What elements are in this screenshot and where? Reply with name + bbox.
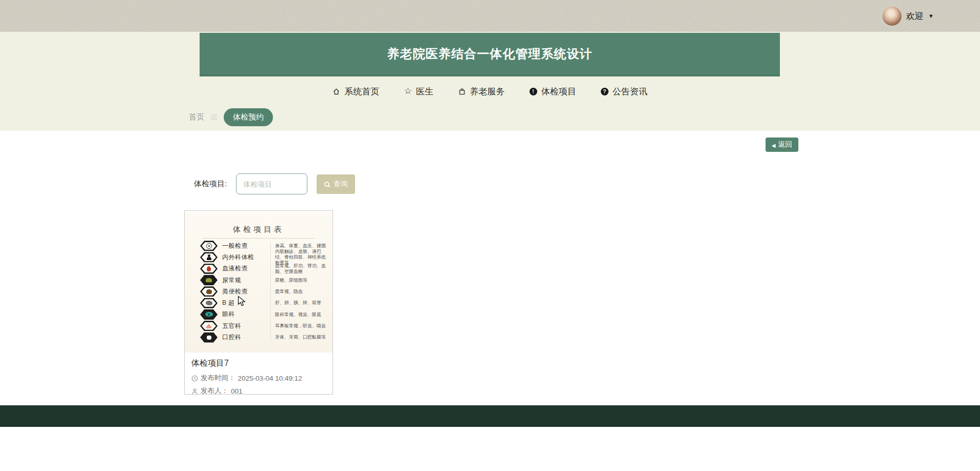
nav-item-system-home[interactable]: 系统首页: [332, 86, 379, 97]
main-nav: 系统首页 医生 养老服务 体检项目 公告资讯: [0, 78, 980, 105]
bag-icon: [458, 88, 466, 95]
publish-time-row: 发布时间： 2025-03-04 10:49:12: [191, 374, 326, 383]
user-icon: [191, 388, 198, 395]
exam-table-row: 眼科 眼科常规、视觉、眼底: [200, 309, 327, 320]
exam-row-desc: 身高、体重、血压、腰围: [267, 243, 327, 249]
page: 欢迎 养老院医养结合一体化管理系统设计 系统首页 医生 养老服务 体检项目 公告…: [0, 0, 980, 471]
exam-row-desc: 肝、胆、胰、脾、双肾: [267, 300, 327, 306]
person-icon: [200, 252, 218, 262]
back-button-label: 返回: [778, 140, 792, 149]
nav-item-exam-items[interactable]: 体检项目: [530, 86, 576, 97]
topbar-texture: [0, 0, 980, 32]
nav-item-label: 系统首页: [344, 86, 379, 97]
avatar[interactable]: [883, 7, 901, 26]
tooth-icon: [200, 332, 218, 343]
exam-table-title: 体检项目表: [185, 225, 332, 234]
publish-time-value: 2025-03-04 10:49:12: [238, 375, 302, 382]
exam-row-label: 血液检查: [222, 264, 267, 273]
breadcrumb: 首页 体检预约: [189, 108, 273, 126]
home-icon: [332, 88, 340, 95]
nav-item-label: 体检项目: [541, 86, 576, 97]
exam-table-image: 体检项目表 一般检查 身高、体重、血压、腰围 内外科体检 内脏触诊、皮肤、淋巴结…: [185, 212, 332, 352]
exam-row-label: 口腔科: [222, 333, 267, 342]
nav-item-label: 公告资讯: [613, 86, 648, 97]
clock-icon: [191, 375, 198, 382]
publish-time-label: 发布时间：: [201, 374, 236, 383]
nav-item-elder-services[interactable]: 养老服务: [458, 86, 505, 97]
page-banner: 养老院医养结合一体化管理系统设计: [200, 33, 780, 76]
mouse-cursor: [238, 296, 247, 307]
nose-icon: [200, 321, 218, 331]
exam-table-row: 血液检查 血常规、肝功、肾功、血脂、空腹血糖: [200, 263, 327, 274]
back-button[interactable]: 返回: [766, 138, 798, 152]
main-content: 返回 体检项目: 查询 体检项目表 一般检查 身高、体重、血压、腰围: [0, 131, 980, 405]
nav-item-doctor[interactable]: 医生: [404, 86, 433, 97]
search-input[interactable]: [236, 173, 307, 194]
question-circle-icon: [601, 88, 609, 95]
user-menu[interactable]: 欢迎: [883, 0, 934, 32]
back-arrow-icon: [772, 141, 776, 149]
page-title: 养老院医养结合一体化管理系统设计: [387, 46, 593, 62]
exam-table-row: 内外科体检 内脏触诊、皮肤、淋巴结、脊柱四肢、神经系统检查等: [200, 251, 327, 263]
publisher-row: 发布人： 001: [191, 386, 326, 396]
star-icon: [404, 86, 411, 96]
search-label: 体检项目:: [194, 179, 227, 189]
exam-row-label: 内外科体检: [222, 253, 267, 262]
page-footer: [0, 405, 980, 427]
exam-table-row: 五官科 耳鼻喉常规，听觉、嗅觉: [200, 320, 327, 331]
publisher-label: 发布人：: [201, 386, 228, 396]
chevron-down-icon[interactable]: [928, 13, 934, 19]
ultrasound-icon: [200, 298, 218, 308]
urine-icon: [200, 275, 218, 285]
search-button[interactable]: 查询: [317, 174, 355, 194]
search-icon: [324, 182, 329, 187]
exam-item-card[interactable]: 体检项目表 一般检查 身高、体重、血压、腰围 内外科体检 内脏触诊、皮肤、淋巴结…: [184, 210, 333, 395]
exam-row-desc: 眼科常规、视觉、眼底: [267, 312, 327, 318]
exam-row-label: 粪便检查: [222, 287, 267, 296]
breadcrumb-current: 体检预约: [224, 108, 273, 126]
exam-table-rows: 一般检查 身高、体重、血压、腰围 内外科体检 内脏触诊、皮肤、淋巴结、脊柱四肢、…: [200, 240, 327, 343]
breadcrumb-separator-icon: [211, 116, 217, 117]
gauge-icon: [200, 241, 218, 251]
eye-icon: [200, 309, 218, 320]
publisher-value: 001: [231, 387, 243, 395]
exam-row-desc: 粪常规、隐血: [267, 289, 327, 295]
exam-table-row: 粪便检查 粪常规、隐血: [200, 286, 327, 297]
exclamation-circle-icon: [530, 88, 537, 95]
stool-icon: [200, 286, 218, 297]
nav-item-label: 养老服务: [470, 86, 505, 97]
breadcrumb-home[interactable]: 首页: [189, 112, 204, 122]
exam-row-desc: 牙体、牙周、口腔黏膜等: [267, 335, 327, 340]
exam-card-body: 体检项目7 发布时间： 2025-03-04 10:49:12 发布人： 001: [185, 352, 332, 396]
exam-row-label: 眼科: [222, 310, 267, 319]
exam-row-label: 五官科: [222, 322, 267, 330]
search-button-label: 查询: [334, 180, 348, 189]
nav-item-label: 医生: [416, 86, 434, 97]
exam-row-desc: 尿糖、尿细胞等: [267, 278, 327, 283]
topbar: 欢迎: [0, 0, 980, 32]
nav-item-announcements[interactable]: 公告资讯: [601, 86, 648, 97]
exam-row-desc: 耳鼻喉常规，听觉、嗅觉: [267, 323, 327, 329]
blood-drop-icon: [200, 264, 218, 274]
exam-row-label: 一般检查: [222, 242, 267, 250]
exam-table-row: 尿常规 尿糖、尿细胞等: [200, 274, 327, 286]
welcome-label[interactable]: 欢迎: [906, 10, 924, 22]
exam-row-label: 尿常规: [222, 276, 267, 285]
search-form: 体检项目: 查询: [194, 173, 355, 194]
exam-table-title-rule: [202, 238, 315, 239]
exam-table-row: 口腔科 牙体、牙周、口腔黏膜等: [200, 331, 327, 343]
exam-card-title[interactable]: 体检项目7: [191, 358, 326, 369]
exam-table-row: B 超 肝、胆、胰、脾、双肾: [200, 297, 327, 308]
exam-row-desc: 血常规、肝功、肾功、血脂、空腹血糖: [267, 263, 327, 274]
